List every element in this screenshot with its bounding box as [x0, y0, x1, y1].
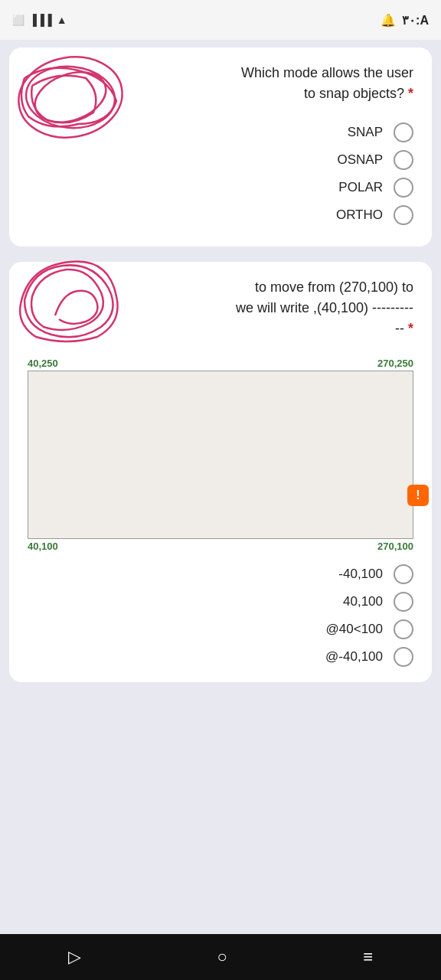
- option-osnap-label: OSNAP: [337, 152, 383, 168]
- option-40100-label: 40,100: [343, 594, 383, 609]
- option-osnap[interactable]: OSNAP: [28, 150, 413, 170]
- status-bar: ⬜ ▐▐▐ ▲ 🔔 A:٣٠: [0, 0, 441, 40]
- option-polar-label: POLAR: [338, 180, 383, 195]
- option-snap[interactable]: SNAP: [28, 122, 413, 142]
- option-neg40100[interactable]: -40,100: [28, 564, 413, 584]
- radio-at40lt100[interactable]: [394, 619, 413, 639]
- option-ortho-label: ORTHO: [336, 207, 383, 223]
- question-card-1: Which mode allows the user * ?to snap ob…: [9, 47, 432, 247]
- graph-bottom-labels: 40,100 270,100: [28, 541, 413, 552]
- question-1-line1: Which mode allows the user: [28, 63, 413, 83]
- notification-badge: !: [407, 485, 429, 506]
- required-star-2: *: [408, 321, 413, 336]
- radio-ortho[interactable]: [394, 205, 413, 225]
- option-at40lt100-label: @40<100: [326, 622, 383, 637]
- option-neg40100-label: -40,100: [338, 567, 383, 582]
- battery-icon: ⬜: [12, 15, 24, 26]
- coord-top-left: 40,250: [28, 358, 58, 369]
- coord-bottom-right: 270,100: [377, 541, 413, 552]
- radio-osnap[interactable]: [394, 150, 413, 170]
- question-2-line1: to move from (270,100) to: [28, 277, 413, 298]
- coord-bottom-left: 40,100: [28, 541, 58, 552]
- home-button[interactable]: ○: [201, 939, 242, 975]
- graph-box: [28, 371, 413, 539]
- question-2-text: to move from (270,100) to --------- (40,…: [28, 277, 413, 339]
- radio-snap[interactable]: [394, 122, 413, 142]
- bottom-nav: ▷ ○ ≡: [0, 934, 441, 980]
- required-star-1: *: [408, 86, 413, 101]
- wifi-icon: ▲: [57, 14, 67, 26]
- status-time: A:٣٠: [402, 13, 429, 28]
- graph-container: 40,250 270,250 40,100 270,100: [28, 358, 413, 552]
- radio-polar[interactable]: [394, 178, 413, 198]
- back-button[interactable]: ▷: [53, 939, 96, 975]
- question-1-text: Which mode allows the user * ?to snap ob…: [28, 63, 413, 104]
- radio-neg40100[interactable]: [394, 564, 413, 584]
- option-polar[interactable]: POLAR: [28, 178, 413, 198]
- option-atneg40100[interactable]: @-40,100: [28, 647, 413, 667]
- question-card-2: to move from (270,100) to --------- (40,…: [9, 262, 432, 682]
- coord-top-right: 270,250: [377, 358, 413, 369]
- option-atneg40100-label: @-40,100: [325, 649, 383, 665]
- option-at40lt100[interactable]: @40<100: [28, 619, 413, 639]
- graph-top-labels: 40,250 270,250: [28, 358, 413, 369]
- question-2-line3: * --: [28, 318, 413, 339]
- bell-icon: 🔔: [381, 13, 396, 28]
- question-1-line2-text: ?to snap objects: [304, 86, 404, 101]
- option-ortho[interactable]: ORTHO: [28, 205, 413, 225]
- radio-40100[interactable]: [394, 592, 413, 612]
- menu-button[interactable]: ≡: [348, 939, 388, 975]
- question-1-line2: * ?to snap objects: [28, 83, 413, 104]
- question-2-line2: --------- (40,100), we will write: [28, 298, 413, 318]
- status-right: 🔔 A:٣٠: [381, 13, 429, 28]
- signal-icon: ▐▐▐: [29, 14, 52, 26]
- option-40100[interactable]: 40,100: [28, 592, 413, 612]
- radio-atneg40100[interactable]: [394, 647, 413, 667]
- option-snap-label: SNAP: [348, 125, 383, 140]
- options-list-1: SNAP OSNAP POLAR ORTHO: [28, 122, 413, 225]
- suffix-dashes: --: [395, 321, 404, 336]
- status-left: ⬜ ▐▐▐ ▲: [12, 14, 67, 26]
- options-list-2: -40,100 40,100 @40<100 @-40,100: [28, 564, 413, 667]
